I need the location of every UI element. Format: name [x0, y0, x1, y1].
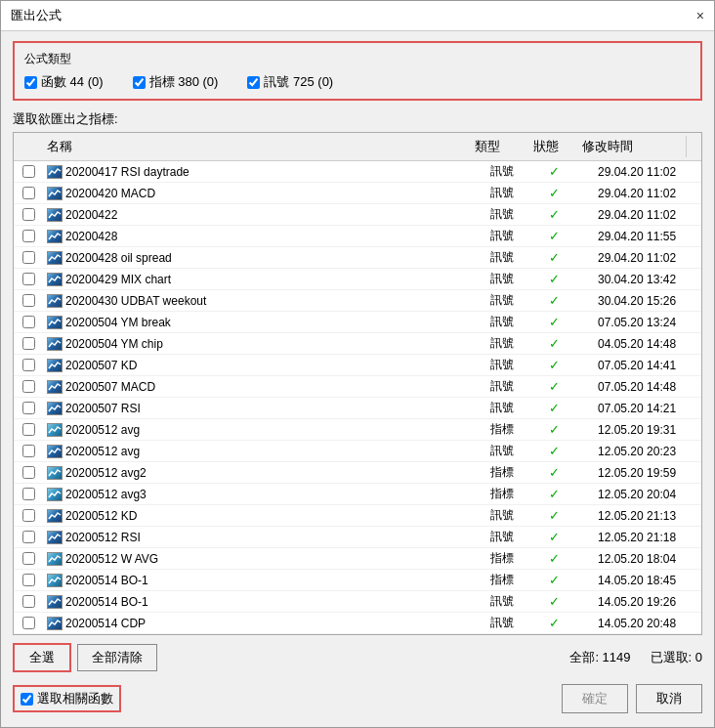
row-checkbox-cell[interactable]: [14, 293, 43, 308]
row-checkbox-input[interactable]: [22, 294, 35, 307]
row-checkbox-input[interactable]: [22, 359, 35, 371]
clear-all-button[interactable]: 全部清除: [77, 644, 157, 671]
row-type-cell: 訊號: [486, 270, 545, 288]
related-func-checkbox[interactable]: [21, 693, 33, 706]
close-button[interactable]: ×: [696, 9, 704, 22]
row-name-cell: 20200507 KD: [43, 358, 486, 373]
row-checkbox-cell[interactable]: [14, 530, 43, 544]
row-status-cell: ✓: [545, 550, 594, 567]
row-checkbox-cell[interactable]: [14, 508, 43, 523]
row-name-cell: 20200504 YM chip: [43, 336, 486, 352]
row-checkbox-cell[interactable]: [14, 272, 43, 286]
table-row[interactable]: 20200514 BO-1指標✓14.05.20 18:45: [14, 570, 701, 591]
table-row[interactable]: 20200422訊號✓29.04.20 11:02: [14, 204, 701, 226]
table-body[interactable]: 20200417 RSI daytrade訊號✓29.04.20 11:0220…: [14, 161, 701, 634]
table-row[interactable]: 20200507 MACD訊號✓07.05.20 14:48: [14, 376, 701, 398]
row-checkbox-cell[interactable]: [14, 551, 43, 566]
table-row[interactable]: 20200512 RSI訊號✓12.05.20 21:18: [14, 527, 701, 548]
row-checkbox-cell[interactable]: [14, 487, 43, 501]
row-checkbox-input[interactable]: [22, 402, 35, 414]
row-checkbox-input[interactable]: [22, 187, 35, 199]
table-row[interactable]: 20200420 MACD訊號✓29.04.20 11:02: [14, 183, 701, 204]
row-checkbox-cell[interactable]: [14, 358, 43, 372]
checkbox-signal-label: 訊號 725 (0): [264, 73, 333, 91]
row-checkbox-cell[interactable]: [14, 250, 43, 265]
checkbox-signal[interactable]: 訊號 725 (0): [247, 73, 333, 91]
row-type-cell: 訊號: [486, 248, 545, 267]
row-status-cell: ✓: [545, 486, 594, 502]
row-status-cell: ✓: [545, 443, 594, 459]
table-row[interactable]: 20200512 avg3指標✓12.05.20 20:04: [14, 484, 701, 505]
select-all-button[interactable]: 全選: [13, 643, 71, 672]
row-time-cell: 29.04.20 11:02: [594, 186, 701, 201]
confirm-button[interactable]: 確定: [562, 684, 628, 713]
row-checkbox-cell[interactable]: [14, 444, 43, 458]
checkbox-func[interactable]: 函數 44 (0): [24, 73, 104, 91]
row-checkbox-input[interactable]: [22, 423, 35, 436]
table-row[interactable]: 20200514 BO-1訊號✓14.05.20 19:26: [14, 591, 701, 613]
row-checkbox-cell[interactable]: [14, 573, 43, 587]
row-checkbox-input[interactable]: [22, 337, 35, 350]
table-row[interactable]: 20200512 KD訊號✓12.05.20 21:13: [14, 505, 701, 527]
checkbox-index-input[interactable]: [133, 76, 146, 89]
row-checkbox-cell[interactable]: [14, 379, 43, 394]
row-checkbox-cell[interactable]: [14, 229, 43, 243]
formula-type-label: 公式類型: [24, 51, 691, 67]
row-checkbox-input[interactable]: [22, 531, 35, 543]
cancel-button[interactable]: 取消: [636, 684, 702, 713]
table-row[interactable]: 20200417 RSI daytrade訊號✓29.04.20 11:02: [14, 161, 701, 183]
row-checkbox-input[interactable]: [22, 380, 35, 393]
table-row[interactable]: 20200512 W AVG指標✓12.05.20 18:04: [14, 548, 701, 570]
table-row[interactable]: 20200514 CDP訊號✓14.05.20 20:48: [14, 613, 701, 634]
row-checkbox-cell[interactable]: [14, 336, 43, 351]
row-checkbox-input[interactable]: [22, 165, 35, 178]
row-checkbox-cell[interactable]: [14, 164, 43, 179]
row-checkbox-input[interactable]: [22, 488, 35, 500]
row-icon: [47, 380, 63, 394]
row-checkbox-input[interactable]: [22, 445, 35, 457]
table-row[interactable]: 20200428 oil spread訊號✓29.04.20 11:02: [14, 247, 701, 269]
table-row[interactable]: 20200512 avg訊號✓12.05.20 20:23: [14, 441, 701, 462]
row-checkbox-cell[interactable]: [14, 616, 43, 630]
title-bar: 匯出公式 ×: [1, 1, 714, 31]
table-row[interactable]: 20200507 RSI訊號✓07.05.20 14:21: [14, 398, 701, 419]
checkbox-signal-input[interactable]: [247, 76, 260, 89]
row-checkbox-input[interactable]: [22, 466, 35, 479]
row-checkbox-cell[interactable]: [14, 207, 43, 222]
row-checkbox-input[interactable]: [22, 595, 35, 608]
row-checkbox-input[interactable]: [22, 208, 35, 221]
row-checkbox-cell[interactable]: [14, 315, 43, 329]
checkbox-func-input[interactable]: [24, 76, 37, 89]
row-type-cell: 訊號: [486, 377, 545, 396]
table-row[interactable]: 20200428訊號✓29.04.20 11:55: [14, 226, 701, 247]
row-checkbox-input[interactable]: [22, 273, 35, 285]
row-checkbox-cell[interactable]: [14, 401, 43, 415]
row-name-cell: 20200514 CDP: [43, 616, 486, 631]
th-status: 狀態: [529, 136, 578, 157]
table-row[interactable]: 20200504 YM chip訊號✓04.05.20 14:48: [14, 333, 701, 355]
row-checkbox-input[interactable]: [22, 230, 35, 242]
row-checkbox-input[interactable]: [22, 509, 35, 522]
row-name-text: 20200512 W AVG: [65, 552, 158, 566]
table-row[interactable]: 20200430 UDBAT weekout訊號✓30.04.20 15:26: [14, 290, 701, 312]
table-row[interactable]: 20200507 KD訊號✓07.05.20 14:41: [14, 355, 701, 376]
row-name-cell: 20200512 RSI: [43, 530, 486, 545]
row-name-cell: 20200422: [43, 207, 486, 223]
row-checkbox-cell[interactable]: [14, 422, 43, 437]
row-checkbox-cell[interactable]: [14, 186, 43, 200]
row-checkbox-input[interactable]: [22, 617, 35, 629]
row-time-cell: 14.05.20 18:45: [594, 573, 701, 588]
table-row[interactable]: 20200512 avg2指標✓12.05.20 19:59: [14, 462, 701, 484]
row-checkbox-input[interactable]: [22, 316, 35, 328]
related-func-label: 選取相關函數: [37, 690, 113, 707]
table-row[interactable]: 20200504 YM break訊號✓07.05.20 13:24: [14, 312, 701, 333]
row-checkbox-input[interactable]: [22, 574, 35, 586]
table-row[interactable]: 20200429 MIX chart訊號✓30.04.20 13:42: [14, 269, 701, 290]
row-status-checkmark: ✓: [549, 272, 560, 286]
row-checkbox-cell[interactable]: [14, 465, 43, 480]
row-checkbox-input[interactable]: [22, 251, 35, 264]
row-checkbox-cell[interactable]: [14, 594, 43, 609]
checkbox-index[interactable]: 指標 380 (0): [133, 73, 219, 91]
row-checkbox-input[interactable]: [22, 552, 35, 565]
table-row[interactable]: 20200512 avg指標✓12.05.20 19:31: [14, 419, 701, 441]
